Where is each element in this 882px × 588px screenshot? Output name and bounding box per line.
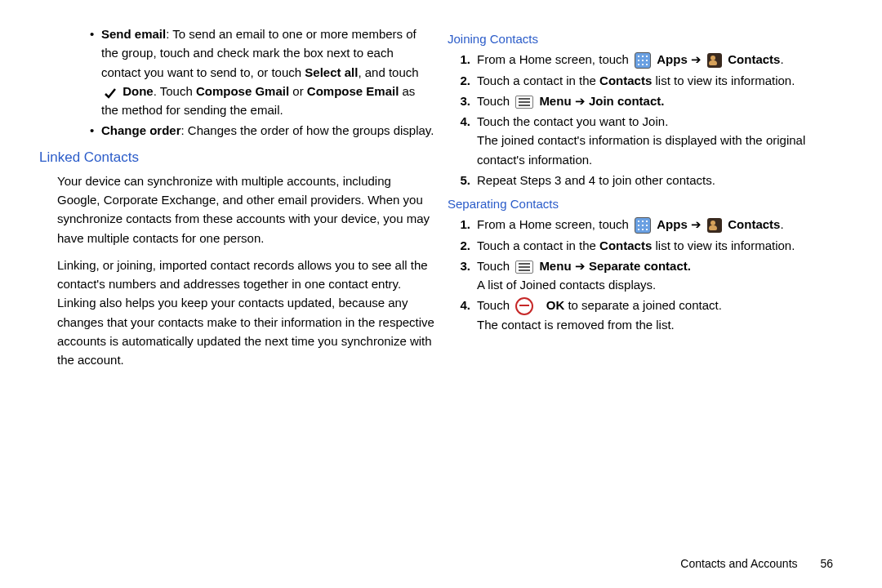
paragraph: Linking, or joining, imported contact re… — [57, 256, 434, 370]
separating-steps: 1. From a Home screen, touch Apps ➔ Cont… — [448, 215, 843, 334]
list-item: 1. From a Home screen, touch Apps ➔ Cont… — [448, 215, 843, 234]
check-icon — [104, 86, 117, 99]
bullet-change-order: • Change order: Changes the order of how… — [90, 121, 434, 140]
menu-icon — [515, 261, 533, 274]
bullet-send-email: • Send email: To send an email to one or… — [90, 24, 434, 119]
bullet-text: Send email: To send an email to one or m… — [101, 24, 434, 119]
bullet-dot-icon: • — [90, 24, 101, 119]
list-item: 2. Touch a contact in the Contacts list … — [448, 71, 843, 90]
page-number: 56 — [820, 557, 833, 570]
menu-icon — [515, 96, 533, 109]
list-item: 2. Touch a contact in the Contacts list … — [448, 236, 843, 255]
list-item: 1. From a Home screen, touch Apps ➔ Cont… — [448, 50, 843, 69]
remove-icon — [515, 297, 533, 315]
contacts-icon — [707, 53, 722, 68]
bullet-text: Change order: Changes the order of how t… — [101, 121, 434, 140]
joining-steps: 1. From a Home screen, touch Apps ➔ Cont… — [448, 50, 843, 189]
contacts-icon — [707, 218, 722, 233]
bullet-list: • Send email: To send an email to one or… — [39, 24, 434, 140]
subheading-separating: Separating Contacts — [448, 194, 843, 213]
bullet-dot-icon: • — [90, 121, 101, 140]
step-number: 5. — [448, 171, 477, 189]
step-number: 4. — [448, 112, 477, 169]
subheading-joining: Joining Contacts — [448, 29, 843, 48]
list-item: 3. Touch Menu ➔ Separate contact. A list… — [448, 256, 843, 295]
step-number: 3. — [448, 256, 477, 295]
left-column: • Send email: To send an email to one or… — [39, 24, 434, 377]
right-column: Joining Contacts 1. From a Home screen, … — [448, 24, 843, 377]
bullet-label: Send email — [101, 27, 166, 41]
page-footer: Contacts and Accounts 56 — [680, 557, 833, 570]
step-number: 4. — [448, 296, 477, 334]
heading-linked-contacts: Linked Contacts — [39, 147, 434, 168]
paragraph: Your device can synchronize with multipl… — [57, 172, 434, 247]
step-number: 3. — [448, 91, 477, 110]
apps-icon — [635, 52, 651, 69]
footer-section: Contacts and Accounts — [680, 557, 797, 570]
step-number: 1. — [448, 215, 477, 234]
page-body: • Send email: To send an email to one or… — [0, 0, 882, 377]
list-item: 4. Touch the contact you want to Join. T… — [448, 112, 843, 169]
apps-icon — [635, 217, 651, 234]
list-item: 3. Touch Menu ➔ Join contact. — [448, 91, 843, 110]
step-number: 2. — [448, 71, 477, 90]
list-item: 5. Repeat Steps 3 and 4 to join other co… — [448, 171, 843, 189]
step-number: 2. — [448, 236, 477, 255]
bullet-label: Change order — [101, 123, 181, 137]
list-item: 4. Touch OK to separate a joined contact… — [448, 296, 843, 334]
step-number: 1. — [448, 50, 477, 69]
